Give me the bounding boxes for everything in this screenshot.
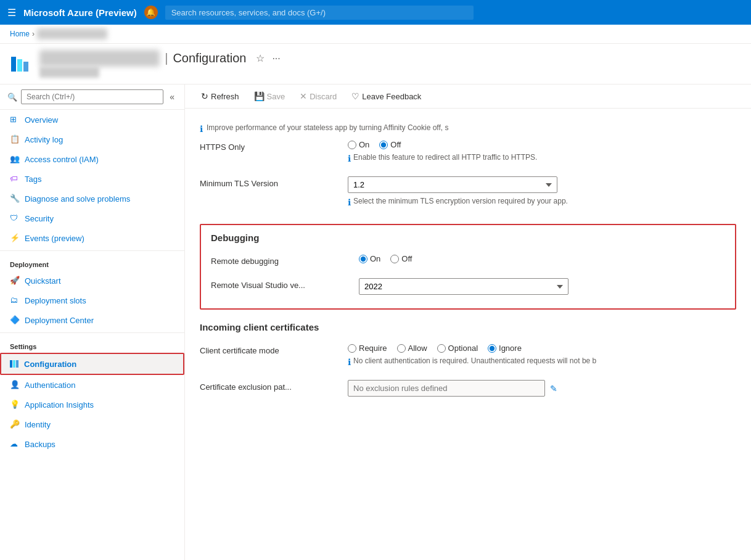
cert-mode-row: Client certificate mode Require Allow (200, 337, 736, 374)
sidebar-label-backups: Backups (25, 440, 55, 449)
sidebar-item-activity-log[interactable]: 📋 Activity log (0, 130, 184, 149)
https-radio-group: On Off (348, 140, 736, 149)
https-on-option[interactable]: On (348, 140, 369, 149)
https-on-label: On (359, 140, 369, 149)
cert-ignore-label: Ignore (499, 344, 522, 353)
sidebar-item-quickstart[interactable]: 🚀 Quickstart (0, 271, 184, 290)
sidebar-item-security[interactable]: 🛡 Security (0, 208, 184, 228)
sidebar-item-deployment-center[interactable]: 🔷 Deployment Center (0, 310, 184, 330)
cert-info-msg: No client authentication is required. Un… (353, 356, 596, 365)
remote-debug-controls: On Off (359, 254, 725, 263)
breadcrumb-sep1: › (32, 30, 35, 38)
remote-vs-label: Remote Visual Studio ve... (211, 278, 347, 290)
activity-icon: 📋 (10, 134, 20, 144)
sidebar-label-center: Deployment Center (25, 316, 94, 325)
affinity-info-icon: ℹ (200, 124, 203, 134)
https-off-radio[interactable] (379, 141, 388, 149)
sidebar-item-configuration[interactable]: Configuration (0, 353, 184, 375)
sidebar-label-overview: Overview (25, 115, 58, 125)
search-icon: 🔍 (7, 93, 17, 102)
https-off-option[interactable]: Off (379, 140, 401, 149)
resource-name: SamplePreviewV3 (39, 50, 160, 67)
tls-info-icon: ℹ (348, 197, 351, 207)
sidebar-item-tags[interactable]: 🏷 Tags (0, 169, 184, 189)
sidebar-label-insights: Application Insights (25, 400, 94, 410)
tls-select[interactable]: 1.0 1.1 1.2 (348, 176, 557, 193)
svg-rect-5 (16, 360, 18, 368)
sidebar-item-app-insights[interactable]: 💡 Application Insights (0, 395, 184, 414)
refresh-button[interactable]: ↻ Refresh (195, 88, 245, 104)
cert-optional-radio[interactable] (437, 344, 446, 353)
favorite-star[interactable]: ☆ (256, 52, 265, 64)
discard-button[interactable]: ✕ Discard (293, 88, 343, 104)
svg-rect-0 (11, 57, 16, 72)
config-content: ℹ Improve performance of your stateless … (185, 109, 751, 413)
incoming-certs-title: Incoming client certificates (200, 322, 736, 332)
cert-allow-radio[interactable] (397, 344, 406, 353)
cert-info-icon: ℹ (348, 357, 351, 367)
remote-debug-radio-group: On Off (359, 254, 725, 263)
remote-debug-off-option[interactable]: Off (390, 254, 412, 263)
https-on-radio[interactable] (348, 141, 356, 149)
exclusion-input[interactable] (348, 380, 545, 397)
collapse-sidebar-icon[interactable]: « (167, 89, 177, 104)
sidebar-search-area: 🔍 « (0, 84, 184, 110)
toolbar: ↻ Refresh 💾 Save ✕ Discard ♡ Leave Feedb… (185, 84, 751, 109)
remote-vs-row: Remote Visual Studio ve... 2019 2022 (211, 272, 725, 301)
cert-require-option[interactable]: Require (348, 344, 387, 353)
sidebar-item-deployment-slots[interactable]: 🗂 Deployment slots (0, 290, 184, 310)
tags-icon: 🏷 (10, 174, 20, 184)
feedback-button[interactable]: ♡ Leave Feedback (345, 88, 427, 104)
backups-icon: ☁ (10, 439, 20, 449)
feedback-label: Leave Feedback (362, 92, 421, 101)
https-only-controls: On Off ℹ Enable this feature to redirect… (348, 140, 736, 163)
exclusion-row: Certificate exclusion pat... ✎ (200, 374, 736, 403)
cert-require-radio[interactable] (348, 344, 356, 353)
config-icon (9, 359, 19, 369)
cert-ignore-option[interactable]: Ignore (488, 344, 522, 353)
sidebar-label-identity: Identity (25, 420, 51, 429)
more-options[interactable]: ··· (272, 53, 280, 64)
debugging-title: Debugging (211, 233, 725, 243)
cert-ignore-radio[interactable] (488, 344, 496, 353)
sidebar-label-slots: Deployment slots (25, 296, 86, 305)
save-button[interactable]: 💾 Save (248, 88, 292, 104)
events-icon: ⚡ (10, 233, 20, 243)
edit-icon[interactable]: ✎ (550, 384, 557, 393)
auth-icon: 👤 (10, 380, 20, 390)
global-search[interactable] (165, 6, 474, 20)
cert-allow-label: Allow (408, 344, 427, 353)
remote-debug-on-label: On (370, 254, 380, 263)
sidebar-item-overview[interactable]: ⊞ Overview (0, 110, 184, 130)
sidebar-item-diagnose[interactable]: 🔧 Diagnose and solve problems (0, 189, 184, 208)
notification-bell[interactable]: 🔔 (144, 6, 158, 19)
cert-allow-option[interactable]: Allow (397, 344, 427, 353)
cert-optional-option[interactable]: Optional (437, 344, 478, 353)
remote-debug-on-radio[interactable] (359, 255, 367, 263)
config-title: Configuration (173, 51, 246, 65)
sidebar-item-iam[interactable]: 👥 Access control (IAM) (0, 149, 184, 169)
remote-vs-select[interactable]: 2019 2022 (359, 278, 568, 295)
sidebar-item-authentication[interactable]: 👤 Authentication (0, 375, 184, 395)
save-label: Save (267, 92, 285, 101)
refresh-icon: ↻ (201, 91, 208, 101)
remote-vs-controls: 2019 2022 (359, 278, 725, 295)
hamburger-icon[interactable]: ☰ (7, 7, 16, 19)
svg-rect-1 (17, 59, 22, 72)
https-only-row: HTTPS Only On Off (200, 134, 736, 170)
sidebar-search-input[interactable] (21, 89, 163, 104)
center-icon: 🔷 (10, 315, 20, 325)
breadcrumb-home[interactable]: Home (10, 30, 30, 38)
cert-mode-label: Client certificate mode (200, 344, 335, 355)
breadcrumb-resource[interactable]: SamplePreviewV1 (37, 28, 107, 39)
https-info-msg: Enable this feature to redirect all HTTP… (353, 153, 537, 162)
remote-debug-off-radio[interactable] (390, 255, 399, 263)
exclusion-controls: ✎ (348, 380, 736, 397)
https-info-icon: ℹ (348, 154, 351, 163)
sidebar-item-identity[interactable]: 🔑 Identity (0, 414, 184, 434)
sidebar-divider-2 (0, 332, 184, 333)
sidebar-item-backups[interactable]: ☁ Backups (0, 434, 184, 454)
remote-debug-on-option[interactable]: On (359, 254, 380, 263)
sidebar-item-events[interactable]: ⚡ Events (preview) (0, 228, 184, 248)
sidebar-label-events: Events (preview) (25, 234, 84, 243)
